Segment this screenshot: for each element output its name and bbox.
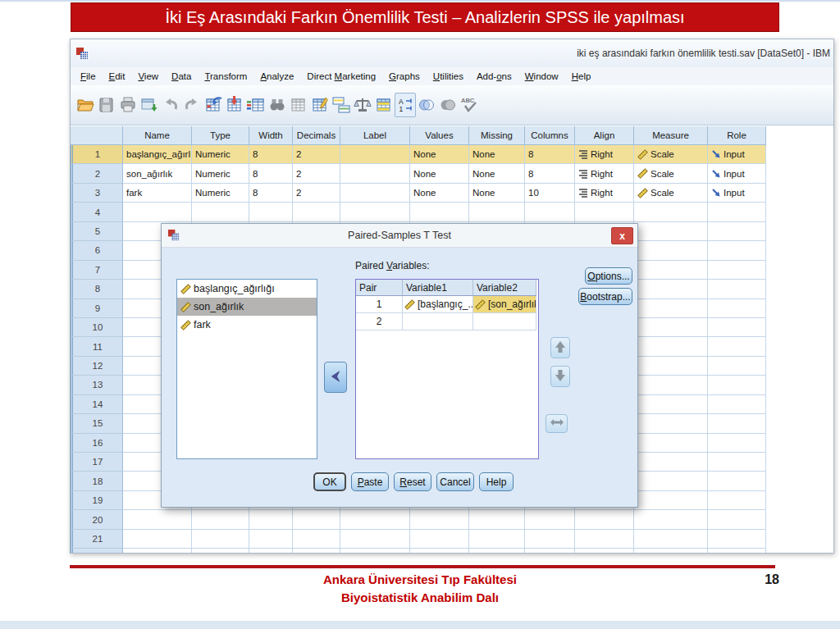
undo-icon[interactable] [160, 93, 181, 117]
column-header-name[interactable]: Name [123, 126, 192, 145]
cell-width[interactable]: 8 [249, 164, 293, 183]
cell-role[interactable] [708, 395, 766, 414]
row-number[interactable]: 6 [71, 241, 123, 260]
cell-label[interactable] [340, 510, 410, 529]
column-header-type[interactable]: Type [192, 126, 249, 145]
row-number[interactable]: 17 [71, 453, 123, 472]
cell-measure[interactable] [634, 318, 708, 337]
column-header-align[interactable]: Align [575, 126, 634, 145]
cell-label[interactable] [340, 184, 410, 203]
cell-missing[interactable] [469, 549, 525, 553]
cell-label[interactable] [340, 203, 410, 221]
column-header-columns[interactable]: Columns [525, 126, 575, 145]
column-header-values[interactable]: Values [410, 126, 469, 145]
cell-role[interactable]: Input [708, 164, 766, 183]
cell-label[interactable] [340, 164, 410, 183]
cell-decimals[interactable] [293, 530, 340, 549]
row-number[interactable]: 3 [71, 184, 123, 203]
cell-type[interactable]: Numeric [192, 184, 249, 203]
redo-icon[interactable] [181, 93, 203, 117]
pair-variable2-cell[interactable]: [son_ağırlık] [473, 296, 536, 313]
row-number[interactable]: 9 [71, 299, 123, 318]
menu-item-transform[interactable]: Transform [198, 70, 253, 83]
row-number[interactable]: 2 [71, 164, 123, 183]
cell-decimals[interactable] [293, 203, 340, 221]
menu-item-file[interactable]: File [74, 70, 103, 83]
cell-width[interactable] [249, 510, 293, 529]
cell-role[interactable] [708, 357, 766, 376]
row-number[interactable]: 19 [71, 491, 123, 510]
cell-missing[interactable]: None [469, 145, 525, 164]
insert-variable-icon[interactable] [309, 93, 331, 117]
cell-values[interactable] [410, 510, 469, 529]
print-icon[interactable] [117, 93, 139, 117]
cell-align[interactable] [575, 203, 634, 221]
cell-role[interactable]: Input [708, 145, 766, 164]
cell-width[interactable]: 8 [249, 184, 293, 203]
row-number[interactable]: 7 [71, 261, 123, 280]
cell-type[interactable] [192, 203, 249, 221]
cell-name[interactable] [123, 530, 192, 549]
cell-columns[interactable] [525, 530, 575, 549]
cell-values[interactable] [410, 203, 469, 221]
column-header-width[interactable]: Width [249, 126, 293, 145]
cell-measure[interactable] [634, 261, 708, 280]
column-header-missing[interactable]: Missing [469, 126, 525, 145]
menu-item-view[interactable]: View [131, 70, 165, 83]
cell-align[interactable]: Right [575, 184, 634, 203]
menu-item-graphs[interactable]: Graphs [382, 70, 427, 83]
cell-align[interactable]: Right [575, 145, 634, 164]
variables-icon[interactable] [245, 93, 267, 117]
cell-decimals[interactable]: 2 [293, 184, 340, 203]
cell-columns[interactable] [525, 203, 575, 221]
cell-label[interactable] [340, 549, 410, 553]
pair-variable2-cell[interactable] [473, 313, 536, 330]
cell-measure[interactable] [634, 203, 708, 221]
cell-name[interactable]: başlangıç_ağırlığı [123, 145, 192, 164]
row-number[interactable]: 5 [71, 222, 123, 241]
menu-item-edit[interactable]: Edit [103, 70, 132, 83]
cell-width[interactable] [249, 203, 293, 221]
cell-name[interactable] [123, 203, 192, 221]
row-number[interactable]: 14 [71, 395, 123, 414]
menu-item-analyze[interactable]: Analyze [253, 70, 300, 83]
grid-corner-header[interactable] [71, 126, 123, 145]
reset-button[interactable]: Reset [394, 472, 431, 491]
help-button[interactable]: Help [479, 472, 514, 491]
spell-check-icon[interactable]: ABC [459, 93, 480, 117]
cell-measure[interactable] [634, 434, 708, 453]
goto-variable-icon[interactable] [224, 93, 245, 117]
row-number[interactable]: 4 [71, 203, 123, 221]
row-number[interactable]: 15 [71, 414, 123, 433]
cell-measure[interactable]: Scale [634, 145, 708, 164]
menu-item-data[interactable]: Data [165, 70, 198, 83]
column-header-measure[interactable]: Measure [634, 126, 708, 145]
cell-role[interactable] [708, 434, 766, 453]
goto-case-icon[interactable] [203, 93, 224, 117]
cell-decimals[interactable]: 2 [293, 145, 340, 164]
cell-missing[interactable]: None [469, 164, 525, 183]
cell-align[interactable]: Right [575, 164, 634, 183]
menu-item-direct-marketing[interactable]: Direct Marketing [300, 70, 382, 83]
insert-cases-icon[interactable] [288, 93, 309, 117]
cell-type[interactable]: Numeric [192, 145, 249, 164]
menu-item-help[interactable]: Help [565, 70, 598, 83]
cell-role[interactable] [708, 337, 766, 356]
cell-measure[interactable] [634, 395, 708, 414]
weight-cases-icon[interactable] [352, 93, 373, 117]
cell-role[interactable] [708, 203, 766, 221]
row-number[interactable]: 1 [71, 145, 123, 164]
cell-measure[interactable] [634, 376, 708, 394]
cell-width[interactable]: 8 [249, 145, 293, 164]
swap-pair-button[interactable] [546, 414, 568, 433]
cell-name[interactable]: fark [123, 184, 192, 203]
cell-missing[interactable] [469, 530, 525, 549]
cell-measure[interactable] [634, 453, 708, 472]
cell-values[interactable]: None [410, 145, 469, 164]
menu-item-utilities[interactable]: Utilities [427, 70, 470, 83]
select-cases-icon[interactable] [373, 93, 395, 117]
row-number[interactable]: 21 [71, 530, 123, 549]
cell-role[interactable] [708, 414, 766, 433]
cancel-button[interactable]: Cancel [436, 472, 474, 491]
cell-role[interactable] [708, 510, 766, 529]
